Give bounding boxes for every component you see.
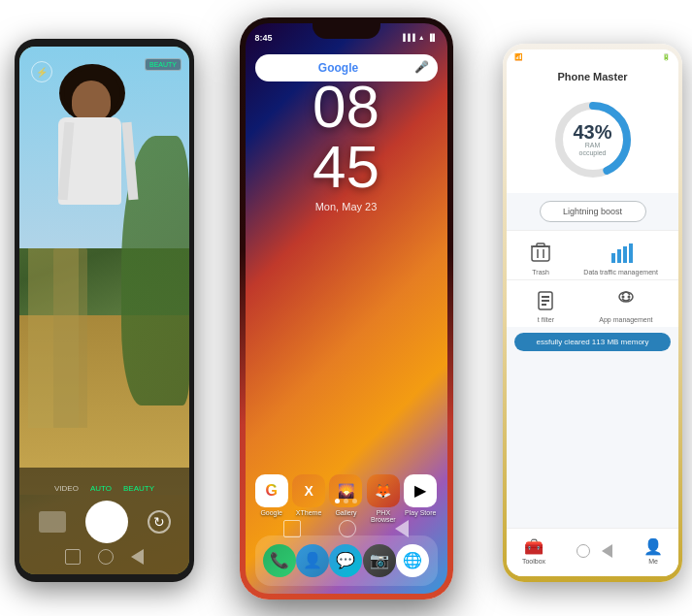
phone-center: 8:45 ▐▐▐ ▲ ▐▌ Google 🎤 08 45 Mon, M	[240, 17, 453, 600]
filter-label: t filter	[538, 316, 554, 323]
auto-mode[interactable]: AUTO	[90, 484, 112, 493]
camera-flash-icon[interactable]: ⚡	[31, 61, 52, 82]
toolbox-icon: 🧰	[524, 537, 544, 556]
wifi-icon: ▲	[418, 34, 425, 41]
svg-rect-5	[611, 253, 615, 263]
right-nav-home[interactable]	[577, 544, 590, 558]
battery-icon: ▐▌	[428, 34, 438, 41]
dot-1	[335, 499, 340, 503]
trash-icon	[527, 239, 554, 266]
features-row-1: Trash Data traffic management	[507, 230, 678, 279]
svg-point-14	[621, 296, 624, 299]
ram-circle-container: 43% RAM occupied	[507, 86, 678, 193]
google-mic-icon[interactable]: 🎤	[414, 60, 430, 76]
right-bottom-nav: 🧰 Toolbox 👤 Me	[507, 528, 678, 576]
camera-controls: VIDEO AUTO BEAUTY ↻	[19, 468, 189, 574]
phone-master-title: Phone Master	[507, 65, 678, 86]
right-battery: 🔋	[662, 53, 671, 61]
svg-rect-0	[532, 246, 549, 261]
ram-text: 43% RAM occupied	[571, 122, 614, 158]
google-search-bar[interactable]: Google 🎤	[255, 54, 438, 81]
playstore-app-label: Play Store	[405, 509, 436, 516]
status-icons: ▐▐▐ ▲ ▐▌	[401, 34, 438, 41]
camera-nav-bar	[65, 549, 144, 565]
clock-display: 08 45 Mon, May 23	[246, 77, 447, 212]
dock-contacts[interactable]: 👤	[296, 544, 329, 577]
dock-phone[interactable]: 📞	[263, 544, 296, 577]
app-dock: 📞 👤 💬 📷 🌐	[255, 535, 438, 586]
me-label: Me	[648, 558, 658, 565]
right-phone-screen: 📶 🔋 Phone Master 43% RAM occupied	[507, 49, 678, 576]
nav-square[interactable]	[65, 549, 81, 565]
camera-switch-button[interactable]: ↻	[148, 510, 171, 534]
clock-hours: 08	[246, 77, 447, 137]
features-row-2: t filter App management	[507, 279, 678, 327]
gallery-app-label: Gallery	[335, 509, 356, 516]
center-wallpaper: 8:45 ▐▐▐ ▲ ▐▌ Google 🎤 08 45 Mon, M	[246, 23, 447, 594]
camera-mode-selector[interactable]: VIDEO AUTO BEAUTY	[54, 484, 154, 493]
svg-rect-7	[623, 246, 627, 263]
me-icon: 👤	[643, 537, 663, 556]
trash-label: Trash	[532, 269, 549, 276]
lightning-boost-button[interactable]: Lightning boost	[540, 201, 646, 222]
right-nav-back[interactable]	[602, 544, 612, 558]
center-phone-screen: 8:45 ▐▐▐ ▲ ▐▌ Google 🎤 08 45 Mon, M	[246, 23, 447, 594]
dock-messages[interactable]: 💬	[329, 544, 362, 577]
status-time: 8:45	[255, 33, 273, 43]
phone-left: ⚡ BEAUTY VIDEO AUTO BEAUTY ↻	[15, 39, 194, 582]
filter-icon	[532, 286, 559, 313]
signal-icon: ▐▐▐	[401, 34, 415, 41]
shutter-button[interactable]	[85, 501, 128, 543]
svg-rect-8	[629, 243, 633, 263]
svg-rect-2	[537, 243, 544, 246]
dock-chrome[interactable]: 🌐	[396, 544, 429, 577]
left-phone-screen: ⚡ BEAUTY VIDEO AUTO BEAUTY ↻	[19, 47, 189, 574]
app-management-label: App management	[599, 316, 652, 323]
gallery-thumbnail[interactable]	[39, 511, 66, 533]
video-mode[interactable]: VIDEO	[54, 484, 79, 493]
dock-camera[interactable]: 📷	[363, 544, 396, 577]
clock-minutes: 45	[246, 137, 447, 197]
trash-feature[interactable]: Trash	[527, 239, 554, 276]
google-app-label: Google	[260, 509, 282, 516]
data-traffic-icon	[608, 239, 635, 266]
ram-circle: 43% RAM occupied	[549, 96, 637, 183]
toolbox-nav-item[interactable]: 🧰 Toolbox	[522, 537, 545, 565]
svg-rect-12	[542, 304, 546, 306]
right-status-bar: 📶 🔋	[507, 49, 678, 65]
xtheme-app-label: XTheme	[296, 509, 321, 516]
svg-rect-11	[542, 300, 549, 302]
ram-label: RAM occupied	[571, 142, 614, 158]
data-traffic-label: Data traffic management	[583, 269, 658, 276]
svg-point-15	[627, 296, 630, 299]
dot-2	[344, 499, 348, 503]
nav-back[interactable]	[131, 549, 144, 565]
filter-feature[interactable]: t filter	[532, 286, 559, 323]
me-nav-item[interactable]: 👤 Me	[643, 537, 663, 565]
data-traffic-feature[interactable]: Data traffic management	[583, 239, 658, 276]
right-carrier: 📶	[514, 53, 523, 61]
phone-notch	[313, 17, 380, 39]
svg-rect-10	[542, 296, 549, 298]
google-search-label: Google	[263, 61, 414, 75]
beauty-mode-button[interactable]: BEAUTY	[145, 58, 181, 71]
cleared-memory-bar: essfully cleared 113 MB memory	[514, 333, 671, 351]
dot-3	[352, 499, 357, 503]
clock-date: Mon, May 23	[246, 201, 447, 212]
phones-container: ⚡ BEAUTY VIDEO AUTO BEAUTY ↻	[0, 0, 692, 616]
ram-percent: 43%	[571, 122, 614, 142]
camera-background: ⚡ BEAUTY VIDEO AUTO BEAUTY ↻	[19, 47, 189, 574]
app-management-feature[interactable]: App management	[599, 286, 652, 323]
phone-right: 📶 🔋 Phone Master 43% RAM occupied	[503, 44, 682, 582]
beauty-mode[interactable]: BEAUTY	[123, 484, 154, 493]
svg-rect-6	[617, 249, 621, 263]
toolbox-label: Toolbox	[522, 558, 545, 565]
nav-circle[interactable]	[98, 549, 114, 565]
page-dots	[246, 499, 447, 503]
app-management-icon	[612, 286, 640, 313]
right-nav-circles	[577, 544, 612, 558]
